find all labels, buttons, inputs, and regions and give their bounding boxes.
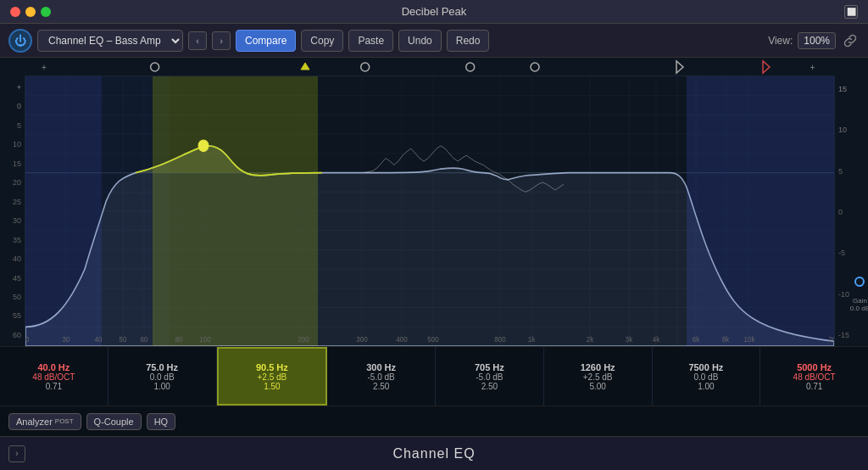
svg-point-49 xyxy=(198,140,209,152)
band-7-gain: 0.0 dB xyxy=(693,372,718,382)
band-3-info[interactable]: 90.5 Hz +2.5 dB 1.50 xyxy=(217,347,328,406)
svg-marker-3 xyxy=(301,63,309,70)
svg-text:60: 60 xyxy=(141,335,148,344)
svg-text:8k: 8k xyxy=(722,335,730,344)
link-button[interactable] xyxy=(841,31,860,50)
title-bar: Decibel Peak xyxy=(0,0,868,24)
band-7-q: 1.00 xyxy=(698,382,714,391)
undo-button[interactable]: Undo xyxy=(398,30,442,52)
band-6-q: 5.00 xyxy=(589,382,605,391)
band-8-q: 0.71 xyxy=(806,382,822,391)
band-3-q: 1.50 xyxy=(264,382,280,391)
svg-marker-7 xyxy=(676,61,683,73)
view-value[interactable]: 100% xyxy=(798,32,836,49)
svg-text:100: 100 xyxy=(199,335,211,344)
band-2-q: 1.00 xyxy=(153,382,170,391)
svg-text:500: 500 xyxy=(427,335,439,344)
gain-axis-right: 15 10 5 0 -5 -10 -15 Gain 0.0 dB xyxy=(834,76,868,346)
band-2-freq: 75.0 Hz xyxy=(146,362,178,372)
svg-marker-8 xyxy=(763,61,770,73)
traffic-lights xyxy=(10,7,51,17)
svg-text:+: + xyxy=(42,63,47,72)
window-title: Decibel Peak xyxy=(402,5,467,18)
band-7-freq: 7500 Hz xyxy=(688,362,723,372)
band-2-info[interactable]: 75.0 Hz 0.0 dB 1.00 xyxy=(108,347,217,406)
svg-text:3k: 3k xyxy=(626,335,633,344)
band-8-info[interactable]: 5000 Hz 48 dB/OCT 0.71 xyxy=(760,347,868,406)
band-7-info[interactable]: 7500 Hz 0.0 dB 1.00 xyxy=(653,347,761,406)
svg-text:40: 40 xyxy=(95,335,103,344)
copy-button[interactable]: Copy xyxy=(301,30,343,52)
band-1-freq: 40.0 Hz xyxy=(37,362,70,372)
band-1-q: 0.71 xyxy=(46,382,62,391)
svg-text:300: 300 xyxy=(356,335,368,344)
paste-button[interactable]: Paste xyxy=(348,30,393,52)
band-5-info[interactable]: 705 Hz -5.0 dB 2.50 xyxy=(436,347,544,406)
band-handle-row: + + xyxy=(25,58,834,76)
band-4-freq: 300 Hz xyxy=(366,362,396,372)
svg-text:2k: 2k xyxy=(587,335,594,344)
svg-text:30: 30 xyxy=(63,335,70,344)
window-resize-button[interactable] xyxy=(844,5,858,19)
band-5-q: 2.50 xyxy=(481,382,498,391)
eq-graph[interactable]: 20 30 40 50 60 80 100 200 300 400 500 80… xyxy=(25,76,834,346)
eq-container: + + xyxy=(0,58,868,436)
band-5-gain: -5.0 dB xyxy=(476,372,503,382)
band-3-gain: +2.5 dB xyxy=(257,372,287,382)
view-label: View: xyxy=(768,35,793,47)
band-4-q: 2.50 xyxy=(373,382,389,391)
svg-text:50: 50 xyxy=(120,335,127,344)
band-4-gain: -5.0 dB xyxy=(368,372,395,382)
svg-text:400: 400 xyxy=(396,335,408,344)
svg-text:80: 80 xyxy=(175,335,183,344)
band-6-info[interactable]: 1260 Hz +2.5 dB 5.00 xyxy=(544,347,653,406)
band-6-gain: +2.5 dB xyxy=(583,372,613,382)
expand-button[interactable]: › xyxy=(8,445,25,462)
band-8-gain: 48 dB/OCT xyxy=(793,372,836,382)
svg-point-4 xyxy=(361,63,370,71)
svg-text:1k: 1k xyxy=(528,335,536,344)
hq-button[interactable]: HQ xyxy=(147,413,176,430)
svg-text:6k: 6k xyxy=(693,335,700,344)
gain-readout: Gain 0.0 dB xyxy=(850,297,868,312)
maximize-button[interactable] xyxy=(41,7,51,17)
preset-select[interactable]: Channel EQ – Bass Amp xyxy=(37,30,183,52)
svg-point-5 xyxy=(466,63,475,71)
compare-button[interactable]: Compare xyxy=(236,30,296,52)
band-5-freq: 705 Hz xyxy=(475,362,504,372)
band-8-freq: 5000 Hz xyxy=(797,362,832,372)
q-couple-button[interactable]: Q-Couple xyxy=(86,413,142,430)
svg-text:10k: 10k xyxy=(744,335,756,344)
toolbar: ⏻ Channel EQ – Bass Amp ‹ › Compare Copy… xyxy=(0,24,868,58)
band-3-freq: 90.5 Hz xyxy=(256,362,288,372)
band-1-gain: 48 dB/OCT xyxy=(32,372,75,382)
band-1-info[interactable]: 40.0 Hz 48 dB/OCT 0.71 xyxy=(0,347,108,406)
band-4-info[interactable]: 300 Hz -5.0 dB 2.50 xyxy=(327,347,436,406)
redo-button[interactable]: Redo xyxy=(447,30,490,52)
prev-button[interactable]: ‹ xyxy=(188,31,207,50)
output-indicator xyxy=(854,277,865,287)
band-2-gain: 0.0 dB xyxy=(150,372,175,382)
band-6-freq: 1260 Hz xyxy=(581,362,615,372)
svg-text:4k: 4k xyxy=(653,335,660,344)
close-button[interactable] xyxy=(10,7,20,17)
eq-graph-area[interactable]: + 0 5 10 15 20 25 30 35 40 45 50 55 60 xyxy=(0,76,868,346)
analyzer-post-button[interactable]: AnalyzerPOST xyxy=(8,413,81,430)
svg-text:800: 800 xyxy=(494,335,506,344)
next-button[interactable]: › xyxy=(212,31,231,50)
minimize-button[interactable] xyxy=(25,7,36,17)
bottom-bar: › Channel EQ xyxy=(0,436,868,470)
gain-axis-left: + 0 5 10 15 20 25 30 35 40 45 50 55 60 xyxy=(0,76,25,346)
plugin-title: Channel EQ xyxy=(392,446,475,462)
svg-point-6 xyxy=(531,63,539,71)
svg-text:20: 20 xyxy=(25,335,30,344)
svg-text:+: + xyxy=(810,63,815,72)
power-button[interactable]: ⏻ xyxy=(8,29,32,53)
band-info-row: 40.0 Hz 48 dB/OCT 0.71 75.0 Hz 0.0 dB 1.… xyxy=(0,346,868,406)
analyzer-row: AnalyzerPOST Q-Couple HQ xyxy=(0,406,868,436)
svg-text:200: 200 xyxy=(298,335,309,344)
svg-point-2 xyxy=(151,63,159,71)
